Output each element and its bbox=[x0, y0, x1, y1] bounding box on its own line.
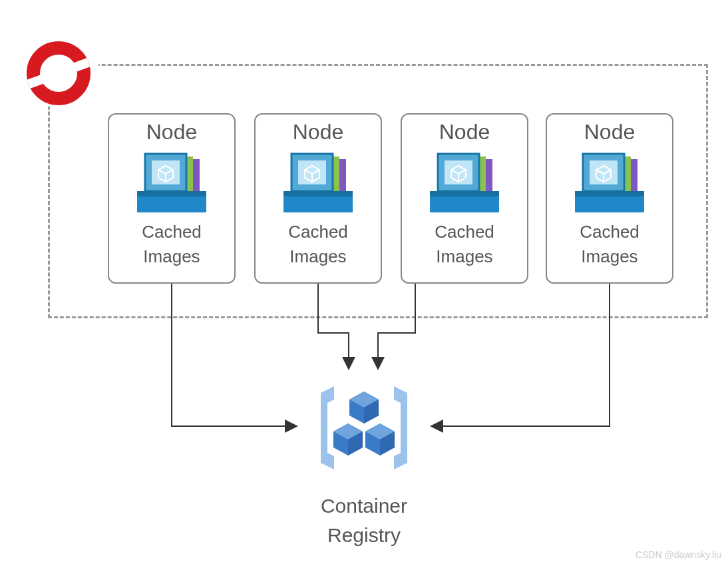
registry-label-line1: Container bbox=[297, 494, 431, 518]
watermark: CSDN @dawnsky.liu bbox=[636, 549, 721, 560]
openshift-logo bbox=[19, 40, 98, 107]
svg-point-0 bbox=[33, 48, 84, 99]
registry-label-line2: Registry bbox=[297, 523, 431, 547]
container-registry: Container Registry bbox=[297, 373, 431, 547]
container-registry-icon bbox=[297, 373, 431, 486]
